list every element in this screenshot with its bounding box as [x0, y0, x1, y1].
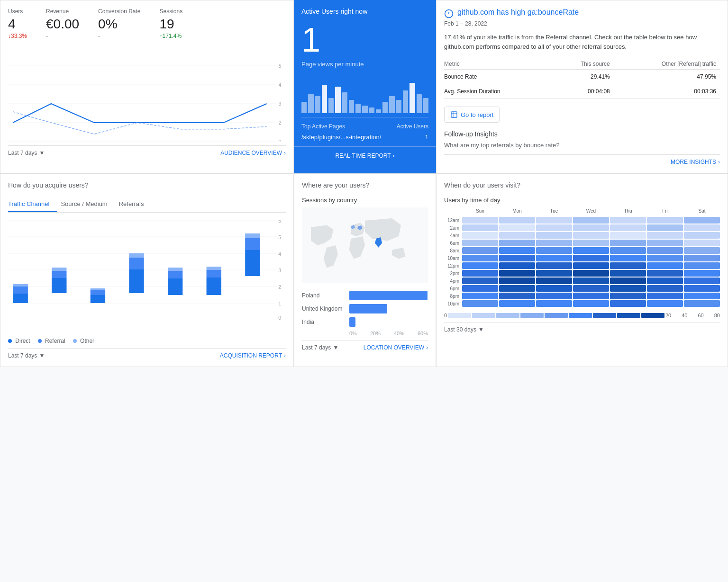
- follow-up-title: Follow-up Insights: [444, 130, 720, 138]
- svg-rect-49: [168, 268, 182, 271]
- sessions-value: 19: [160, 17, 183, 32]
- acquisition-report-link[interactable]: ACQUISITION REPORT ›: [220, 352, 286, 359]
- svg-rect-44: [129, 269, 144, 293]
- country-axis: 0% 20% 40% 60%: [302, 331, 428, 336]
- chevron-right-icon: ›: [426, 344, 428, 351]
- insight-body: 17.41% of your site traffic is from the …: [444, 33, 720, 51]
- legend-direct: Direct: [8, 338, 30, 344]
- svg-text:5: 5: [279, 63, 282, 69]
- svg-rect-39: [52, 271, 66, 278]
- acquisition-legend: Direct Referral Other: [8, 338, 286, 344]
- svg-text:0: 0: [279, 139, 282, 142]
- legend-other: Other: [73, 338, 94, 344]
- referral-dot: [38, 339, 42, 343]
- svg-text:2: 2: [279, 120, 282, 125]
- when-section-title: When do your users visit?: [444, 181, 720, 189]
- acquisition-tabs: Traffic Channel Source / Medium Referral…: [8, 197, 286, 213]
- acquisition-section-title: How do you acquire users?: [8, 181, 286, 189]
- sessions-change: ↑171.4%: [160, 33, 183, 39]
- svg-rect-55: [245, 233, 260, 238]
- svg-rect-40: [52, 268, 66, 271]
- realtime-page-row: /sklep/plugins/...s-integration/ 1: [294, 132, 436, 143]
- svg-text:4: 4: [279, 82, 282, 88]
- realtime-header: Active Users right now: [294, 0, 436, 23]
- svg-rect-35: [13, 294, 27, 303]
- table-header-this-source: This source: [553, 59, 613, 70]
- time-of-day-heatmap: Sun Mon Tue Wed Thu Fri Sat 12am 2am: [444, 208, 720, 307]
- svg-text:2: 2: [278, 285, 281, 290]
- india-row: India: [302, 317, 428, 327]
- poland-row: Poland: [302, 291, 428, 300]
- conversion-value: 0%: [98, 17, 140, 32]
- realtime-footer-link[interactable]: REAL-TIME REPORT ›: [294, 146, 436, 165]
- svg-rect-46: [129, 253, 144, 258]
- audience-overview-link[interactable]: AUDIENCE OVERVIEW ›: [220, 150, 286, 156]
- location-footer: Last 7 days ▼ LOCATION OVERVIEW ›: [302, 340, 428, 351]
- tab-source-medium[interactable]: Source / Medium: [61, 197, 115, 212]
- uk-row: United Kingdom: [302, 304, 428, 313]
- insight-icon: [444, 9, 454, 18]
- insight-date: Feb 1 – 28, 2022: [444, 20, 720, 27]
- table-row: Bounce Rate 29.41% 47.95%: [444, 70, 720, 84]
- chevron-down-icon: ▼: [39, 150, 45, 156]
- conversion-stat: Conversion Rate 0% -: [98, 8, 140, 39]
- svg-rect-54: [245, 238, 260, 250]
- follow-up-link[interactable]: What are my top referrals by bounce rate…: [444, 142, 720, 149]
- timeofday-footer: Last 30 days ▼: [444, 322, 720, 333]
- realtime-pages-header: Top Active Pages Active Users: [294, 121, 436, 132]
- svg-rect-41: [91, 295, 105, 303]
- svg-rect-19: [451, 112, 457, 117]
- acquisition-period-selector[interactable]: Last 7 days ▼: [8, 352, 45, 359]
- table-header-other: Other [Referral] traffic: [614, 59, 720, 70]
- chevron-right-icon: ›: [284, 352, 286, 359]
- svg-rect-37: [13, 284, 27, 287]
- chart-period-selector[interactable]: Last 7 days ▼: [8, 150, 45, 156]
- tab-referrals[interactable]: Referrals: [119, 197, 152, 212]
- chart-footer: Last 7 days ▼ AUDIENCE OVERVIEW ›: [8, 145, 286, 156]
- go-to-report-button[interactable]: Go to report: [444, 107, 500, 123]
- chevron-down-icon: ▼: [333, 344, 338, 351]
- audience-line-chart: 5 4 3 2 0 08 Mar 09 10 11 12 13 14: [8, 47, 286, 142]
- svg-text:4: 4: [278, 251, 281, 257]
- svg-rect-50: [207, 278, 221, 295]
- realtime-panel: Active Users right now 1 Page views per …: [294, 0, 436, 173]
- sessions-by-country-label: Sessions by country: [302, 197, 428, 204]
- legend-referral: Referral: [38, 338, 65, 344]
- country-bar-chart: Poland United Kingdom India: [302, 291, 428, 327]
- direct-dot: [8, 339, 12, 343]
- revenue-change: -: [46, 33, 79, 39]
- svg-rect-53: [245, 250, 260, 276]
- conversion-change: -: [98, 33, 140, 39]
- location-period-selector[interactable]: Last 7 days ▼: [302, 344, 338, 351]
- svg-rect-42: [91, 290, 105, 295]
- svg-rect-43: [91, 288, 105, 290]
- svg-rect-48: [168, 271, 182, 278]
- users-change: ↓33.3%: [8, 33, 27, 39]
- time-of-day-title: Users by time of day: [444, 197, 720, 204]
- report-icon: [450, 111, 458, 118]
- timeofday-period-selector[interactable]: Last 30 days ▼: [444, 326, 484, 333]
- svg-text:1: 1: [278, 301, 281, 306]
- more-insights-link[interactable]: MORE INSIGHTS ›: [444, 154, 720, 165]
- table-header-metric: Metric: [444, 59, 553, 70]
- heatmap-scale: 0 20 40 60 80: [444, 313, 720, 318]
- svg-text:3: 3: [278, 268, 281, 273]
- svg-rect-45: [129, 258, 144, 269]
- other-dot: [73, 339, 77, 343]
- location-overview-link[interactable]: LOCATION OVERVIEW ›: [364, 344, 428, 351]
- svg-rect-52: [207, 267, 221, 270]
- sessions-label: Sessions: [160, 8, 183, 15]
- chevron-down-icon: ▼: [39, 352, 45, 359]
- svg-text:0: 0: [278, 315, 281, 320]
- acquisition-panel: How do you acquire users? Traffic Channe…: [0, 173, 294, 367]
- chevron-right-icon: ›: [284, 150, 286, 156]
- insight-table: Metric This source Other [Referral] traf…: [444, 59, 720, 99]
- acquisition-bar-chart: 6 5 4 3 2 1 0: [8, 220, 286, 334]
- realtime-subtext: Page views per minute: [294, 57, 436, 75]
- svg-rect-51: [207, 270, 221, 278]
- svg-rect-36: [13, 287, 27, 294]
- stats-row: Users 4 ↓33.3% Revenue €0.00 - Conversio…: [8, 8, 286, 39]
- tab-traffic-channel[interactable]: Traffic Channel: [8, 197, 57, 212]
- svg-rect-47: [168, 278, 182, 295]
- svg-text:6: 6: [278, 220, 281, 224]
